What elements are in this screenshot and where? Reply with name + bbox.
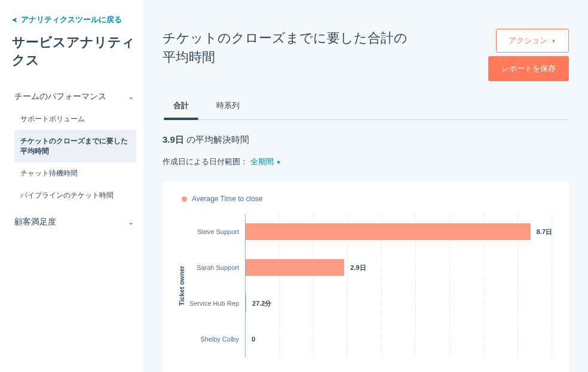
legend-dot-icon bbox=[182, 196, 187, 202]
chart-body: Ticket owner Steve Support Sarah Support… bbox=[176, 214, 552, 357]
metric-value: 3.9日 bbox=[163, 134, 184, 145]
y-axis-title: Ticket owner bbox=[176, 214, 185, 357]
caret-down-icon: ▼ bbox=[276, 159, 281, 165]
nav-sublist: サポートボリューム チケットのクローズまでに要した平均時間 チャット待機時間 パ… bbox=[14, 108, 136, 206]
legend-series-label: Average Time to close bbox=[192, 195, 263, 203]
actions-button[interactable]: アクション ▼ bbox=[496, 29, 569, 53]
bar-row: 8.7日 bbox=[246, 223, 552, 241]
metric-label: の平均解決時間 bbox=[184, 134, 249, 145]
header-actions: アクション ▼ レポートを保存 bbox=[488, 29, 569, 81]
y-label: Service Hub Rep bbox=[188, 300, 239, 307]
metric-summary: 3.9日 の平均解決時間 bbox=[163, 134, 569, 146]
nav-section-label: チームのパフォーマンス bbox=[14, 91, 106, 102]
save-report-button[interactable]: レポートを保存 bbox=[488, 56, 569, 81]
filter-prefix: 作成日による日付範囲： bbox=[163, 157, 248, 166]
nav-item-pipeline-ticket-time[interactable]: パイプラインのチケット時間 bbox=[14, 185, 136, 207]
bar-value-label: 8.7日 bbox=[537, 227, 552, 236]
y-label: Shelby Colby bbox=[188, 336, 239, 343]
nav-section-team-performance[interactable]: チームのパフォーマンス ⌄ bbox=[12, 85, 136, 108]
back-link-label: アナリティクスツールに戻る bbox=[21, 14, 122, 25]
chart-card: Average Time to close Ticket owner Steve… bbox=[163, 182, 569, 372]
date-range-dropdown[interactable]: 全期間 ▼ bbox=[250, 156, 281, 167]
caret-down-icon: ▼ bbox=[551, 38, 556, 44]
y-label: Steve Support bbox=[188, 228, 239, 235]
tab-total[interactable]: 合計 bbox=[163, 94, 200, 119]
back-link[interactable]: ➤ アナリティクスツールに戻る bbox=[12, 14, 136, 25]
nav-item-chat-wait-time[interactable]: チャット待機時間 bbox=[14, 162, 136, 185]
chevron-down-icon: ⌄ bbox=[128, 218, 134, 226]
date-filter-row: 作成日による日付範囲： 全期間 ▼ bbox=[163, 156, 569, 167]
bar-value-label: 27.2分 bbox=[252, 299, 271, 308]
page-title: チケットのクローズまでに要した合計の平均時間 bbox=[163, 29, 414, 67]
sidebar-title: サービスアナリティクス bbox=[12, 33, 136, 69]
main-content: チケットのクローズまでに要した合計の平均時間 アクション ▼ レポートを保存 合… bbox=[143, 0, 588, 372]
actions-button-label: アクション bbox=[509, 35, 547, 46]
bar[interactable] bbox=[246, 295, 246, 312]
page-header: チケットのクローズまでに要した合計の平均時間 アクション ▼ レポートを保存 bbox=[163, 29, 569, 81]
chart-legend: Average Time to close bbox=[182, 195, 552, 203]
nav-item-support-volume[interactable]: サポートボリューム bbox=[14, 108, 136, 130]
bar-row: 2.9日 bbox=[246, 259, 552, 276]
nav-section-label: 顧客満足度 bbox=[14, 217, 56, 227]
chart-plot-area: 8.7日2.9日27.2分0 bbox=[245, 214, 552, 357]
nav-section-customer-satisfaction[interactable]: 顧客満足度 ⌄ bbox=[12, 211, 136, 233]
filter-value: 全期間 bbox=[250, 156, 274, 167]
y-axis-labels: Steve Support Sarah Support Service Hub … bbox=[188, 214, 245, 357]
bar[interactable] bbox=[246, 259, 344, 276]
bar[interactable] bbox=[246, 223, 531, 240]
chart-bars: 8.7日2.9日27.2分0 bbox=[246, 214, 552, 357]
y-label: Sarah Support bbox=[188, 264, 239, 271]
bar-value-label: 2.9日 bbox=[350, 263, 366, 272]
tab-timeseries[interactable]: 時系列 bbox=[206, 94, 250, 119]
bar-value-label: 0 bbox=[252, 336, 255, 343]
nav-item-avg-time-to-close[interactable]: チケットのクローズまでに要した平均時間 bbox=[14, 130, 136, 162]
bar-row: 27.2分 bbox=[246, 294, 552, 312]
tabs: 合計 時系列 bbox=[163, 94, 569, 120]
chevron-down-icon: ⌄ bbox=[128, 93, 134, 101]
bar-row: 0 bbox=[246, 330, 552, 348]
sidebar: ➤ アナリティクスツールに戻る サービスアナリティクス チームのパフォーマンス … bbox=[0, 0, 143, 372]
chevron-left-icon: ➤ bbox=[12, 16, 17, 24]
